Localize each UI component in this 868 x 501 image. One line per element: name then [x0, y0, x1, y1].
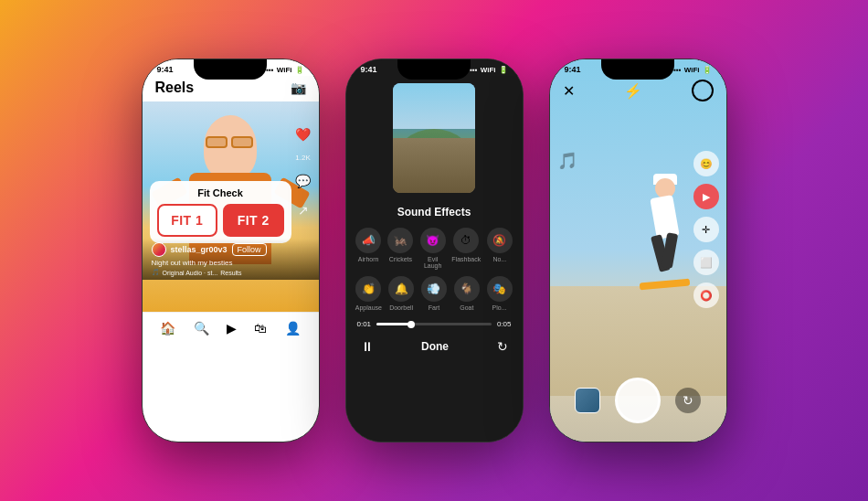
nav-bar: 🏠 🔍 ▶ 🛍 👤 — [143, 312, 319, 344]
progress-fill — [376, 323, 411, 325]
video-preview — [393, 83, 475, 193]
capture-button[interactable] — [615, 378, 661, 423]
airhorn-icon: 📣 — [355, 228, 381, 253]
sound-crickets[interactable]: 🦗 Crickets — [387, 228, 414, 269]
move-tool[interactable]: ✛ — [693, 217, 719, 242]
skater-body — [650, 195, 679, 240]
username: stellas_gr00v3 — [171, 245, 228, 254]
sound-fart[interactable]: 💨 Fart — [420, 276, 448, 311]
sound-effects-title: Sound Effects — [346, 206, 523, 219]
user-info: stellas_gr00v3 Follow — [152, 242, 310, 257]
progress-thumb — [408, 321, 415, 328]
glasses — [206, 136, 255, 148]
applause-icon: 👏 — [355, 276, 381, 302]
controls-bar: ⏸ Done ↻ — [346, 334, 523, 363]
fit-check-title: Fit Check — [157, 187, 284, 198]
home-nav[interactable]: 🏠 — [160, 321, 175, 336]
progress-track[interactable] — [376, 323, 492, 325]
pause-icon[interactable]: ⏸ — [361, 339, 374, 354]
phone-sound-effects: 9:41 ▪▪▪ WiFi 🔋 Sound Effects 📣 Airhorn … — [345, 59, 524, 442]
status-bar-3: 9:41 ▪▪▪ WiFi 🔋 — [550, 59, 726, 76]
video-sky — [393, 83, 475, 129]
fit-check-panel: Fit Check FIT 1 FIT 2 — [150, 181, 291, 243]
status-icons-2: ▪▪▪ WiFi 🔋 — [470, 66, 507, 74]
sound-grid-row1: 📣 Airhorn 🦗 Crickets 😈 Evil Laugh ⏱ Flas… — [346, 224, 523, 272]
sound-plot[interactable]: 🎭 Plo... — [486, 276, 513, 311]
camera-screen: ✕ ⚡ 🎵 😊 ▶ ✛ ⬜ ⭕ ↻ — [550, 59, 726, 442]
camera-bottom: ↻ — [550, 378, 726, 423]
send-icon[interactable]: ↗ — [293, 200, 313, 220]
comment-icon[interactable]: 💬 — [293, 171, 313, 191]
gallery-thumbnail[interactable] — [575, 388, 600, 413]
doorbell-icon: 🔔 — [388, 276, 414, 302]
time-1: 9:41 — [157, 65, 174, 74]
sound-goat[interactable]: 🐐 Goat — [453, 276, 481, 311]
side-actions: ❤️ 1.2K 💬 ↗ — [293, 124, 313, 220]
circle-tool[interactable]: ⭕ — [693, 282, 719, 308]
flashback-icon: ⏱ — [453, 228, 479, 253]
done-button[interactable]: Done — [421, 340, 449, 353]
emoji-tool-2[interactable]: ▶ — [693, 184, 719, 209]
square-tool[interactable]: ⬜ — [693, 250, 719, 275]
reels-title: Reels — [155, 80, 195, 96]
audio-text: Original Audio · st... — [163, 270, 218, 276]
sound-effects-screen: 9:41 ▪▪▪ WiFi 🔋 Sound Effects 📣 Airhorn … — [346, 59, 523, 442]
reels-content: Fit Check FIT 1 FIT 2 ❤️ 1.2K 💬 ↗ stella… — [143, 101, 319, 312]
flip-camera-icon[interactable]: ↻ — [675, 388, 701, 413]
no-label: No... — [492, 256, 506, 262]
battery-icon-3: 🔋 — [703, 66, 712, 74]
music-icon-area: 🎵 — [557, 151, 577, 171]
user-avatar — [152, 242, 166, 257]
fit-btn-1[interactable]: FIT 1 — [157, 204, 218, 237]
battery-icon-2: 🔋 — [499, 66, 508, 74]
sound-airhorn[interactable]: 📣 Airhorn — [355, 228, 382, 269]
caption: Night out with my besties — [152, 259, 310, 267]
fart-label: Fart — [429, 304, 439, 311]
signal-icon-2: ▪▪▪ — [470, 66, 478, 74]
goat-label: Goat — [460, 304, 473, 311]
close-button[interactable]: ✕ — [563, 82, 575, 100]
signal-icon-3: ▪▪▪ — [673, 66, 682, 74]
progress-area: 0:01 0:05 — [346, 314, 523, 334]
status-bar-1: 9:41 ▪▪▪ WiFi 🔋 — [143, 59, 319, 76]
options-button[interactable] — [692, 80, 714, 101]
fit-btn-2[interactable]: FIT 2 — [223, 204, 284, 237]
user-bar: stellas_gr00v3 Follow Night out with my … — [143, 239, 319, 280]
time-end: 0:05 — [497, 320, 512, 328]
search-nav[interactable]: 🔍 — [194, 321, 209, 336]
reels-nav[interactable]: ▶ — [227, 321, 237, 336]
time-3: 9:41 — [565, 65, 581, 74]
sound-no[interactable]: 🔕 No... — [486, 228, 513, 269]
fit-buttons[interactable]: FIT 1 FIT 2 — [157, 204, 284, 237]
camera-icon[interactable]: 📷 — [291, 80, 306, 95]
flash-icon[interactable]: ⚡ — [624, 82, 642, 100]
airhorn-label: Airhorn — [358, 256, 379, 262]
profile-nav[interactable]: 👤 — [285, 321, 301, 336]
no-icon: 🔕 — [487, 228, 513, 253]
status-bar-2: 9:41 ▪▪▪ WiFi 🔋 — [346, 59, 523, 76]
like-count: 1.2K — [295, 154, 310, 162]
heart-icon[interactable]: ❤️ — [293, 124, 313, 144]
sound-applause[interactable]: 👏 Applause — [355, 276, 383, 311]
emoji-tool-1[interactable]: 😊 — [693, 151, 719, 176]
sound-evil-laugh[interactable]: 😈 Evil Laugh — [419, 228, 446, 269]
plot-label: Plo... — [492, 304, 507, 311]
signal-icon: ▪▪▪ — [266, 66, 274, 74]
audio-bar: 🎵 Original Audio · st... Results — [152, 269, 310, 276]
refresh-icon[interactable]: ↻ — [497, 339, 508, 354]
right-tools: 😊 ▶ ✛ ⬜ ⭕ — [693, 151, 719, 308]
flashback-label: Flashback — [451, 256, 481, 262]
follow-button[interactable]: Follow — [232, 243, 267, 256]
sound-grid-row2: 👏 Applause 🔔 Doorbell 💨 Fart 🐐 Goat 🎭 Pl… — [346, 272, 523, 314]
results-text: Results — [220, 270, 241, 276]
camera-top-bar: ✕ ⚡ — [550, 80, 726, 101]
shop-nav[interactable]: 🛍 — [254, 321, 267, 336]
doorbell-label: Doorbell — [389, 304, 413, 311]
sound-doorbell[interactable]: 🔔 Doorbell — [387, 276, 415, 311]
status-icons-1: ▪▪▪ WiFi 🔋 — [266, 66, 303, 74]
sound-flashback[interactable]: ⏱ Flashback — [451, 228, 481, 269]
time-start: 0:01 — [357, 320, 372, 328]
reels-header: Reels 📷 — [143, 76, 319, 101]
phone-camera: 9:41 ▪▪▪ WiFi 🔋 ✕ ⚡ 🎵 — [549, 59, 727, 442]
music-note-icon: 🎵 — [557, 152, 577, 170]
